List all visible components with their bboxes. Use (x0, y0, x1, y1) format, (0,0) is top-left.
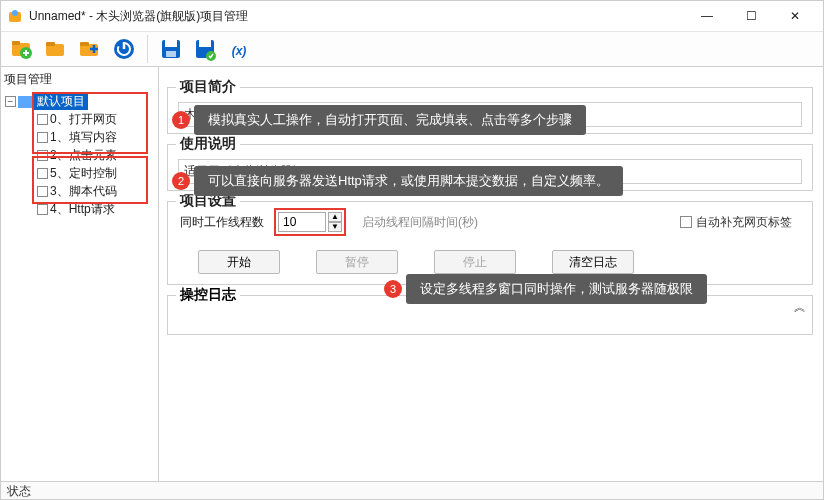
tree-item[interactable]: 4、Http请求 (5, 201, 154, 218)
checkbox[interactable] (37, 150, 48, 161)
annotation-text: 可以直接向服务器发送Http请求，或使用脚本提交数据，自定义频率。 (194, 166, 623, 196)
tree-item[interactable]: 1、填写内容 (5, 129, 154, 146)
sidebar: 项目管理 − 默认项目 0、打开网页 1、填写内容 2、点击元素 5、定时控制 … (1, 67, 159, 481)
tree-item-label: 3、脚本代码 (50, 183, 117, 200)
svg-rect-13 (165, 40, 177, 47)
threads-label: 同时工作线程数 (180, 214, 264, 231)
annotation-text: 模拟真实人工操作，自动打开页面、完成填表、点击等多个步骤 (194, 105, 586, 135)
annotation-2: 2 可以直接向服务器发送Http请求，或使用脚本提交数据，自定义频率。 (172, 166, 623, 196)
toolbar-separator (147, 35, 148, 63)
interval-label: 启动线程间隔时间(秒) (362, 214, 478, 231)
tree-item-label: 2、点击元素 (50, 147, 117, 164)
tree-item-label: 4、Http请求 (50, 201, 115, 218)
log-title: 操控日志 (176, 286, 240, 304)
variables-button[interactable]: (x) (224, 34, 254, 64)
intro-title: 项目简介 (176, 78, 240, 96)
annotation-3: 3 设定多线程多窗口同时操作，测试服务器随极限 (384, 274, 707, 304)
start-button[interactable]: 开始 (198, 250, 280, 274)
stop-button[interactable]: 停止 (434, 250, 516, 274)
svg-rect-6 (46, 42, 55, 46)
add-folder-button[interactable] (75, 34, 105, 64)
toolbar: (x) (1, 31, 823, 67)
annotation-text: 设定多线程多窗口同时操作，测试服务器随极限 (406, 274, 707, 304)
clear-log-button[interactable]: 清空日志 (552, 250, 634, 274)
titlebar: Unnamed* - 木头浏览器(旗舰版)项目管理 — ☐ ✕ (1, 1, 823, 31)
checkbox[interactable] (37, 186, 48, 197)
checkbox[interactable] (37, 114, 48, 125)
maximize-button[interactable]: ☐ (729, 2, 773, 30)
window-title: Unnamed* - 木头浏览器(旗舰版)项目管理 (29, 8, 685, 25)
auto-tab-label: 自动补充网页标签 (696, 214, 792, 231)
tree-item[interactable]: 5、定时控制 (5, 165, 154, 182)
power-button[interactable] (109, 34, 139, 64)
tree-item-label: 1、填写内容 (50, 129, 117, 146)
project-tree[interactable]: − 默认项目 0、打开网页 1、填写内容 2、点击元素 5、定时控制 3、脚本代… (2, 90, 157, 221)
annotation-1: 1 模拟真实人工操作，自动打开页面、完成填表、点击等多个步骤 (172, 105, 586, 135)
statusbar: 状态 (1, 481, 823, 500)
pause-button[interactable]: 暂停 (316, 250, 398, 274)
threads-spinner: ▲ ▼ (274, 208, 346, 236)
folder-icon (18, 96, 32, 108)
tree-root-label[interactable]: 默认项目 (34, 93, 88, 110)
annotation-badge: 2 (172, 172, 190, 190)
tree-root[interactable]: − 默认项目 (5, 93, 154, 110)
svg-rect-3 (12, 41, 20, 45)
svg-text:(x): (x) (232, 44, 247, 58)
tree-item[interactable]: 3、脚本代码 (5, 183, 154, 200)
collapse-icon[interactable]: − (5, 96, 16, 107)
status-text: 状态 (7, 483, 31, 500)
checkbox[interactable] (37, 204, 48, 215)
app-icon (7, 8, 23, 24)
save-as-button[interactable] (190, 34, 220, 64)
usage-title: 使用说明 (176, 135, 240, 153)
checkbox[interactable] (37, 168, 48, 179)
expand-icon[interactable]: ︽ (794, 299, 806, 316)
svg-rect-16 (199, 40, 211, 47)
checkbox[interactable] (37, 132, 48, 143)
tree-item[interactable]: 2、点击元素 (5, 147, 154, 164)
annotation-badge: 3 (384, 280, 402, 298)
checkbox[interactable] (680, 216, 692, 228)
save-button[interactable] (156, 34, 186, 64)
open-project-button[interactable] (41, 34, 71, 64)
svg-point-1 (12, 10, 18, 16)
svg-rect-8 (80, 42, 89, 46)
spin-down-button[interactable]: ▼ (328, 222, 342, 232)
minimize-button[interactable]: — (685, 2, 729, 30)
new-project-button[interactable] (7, 34, 37, 64)
close-button[interactable]: ✕ (773, 2, 817, 30)
tree-item-label: 5、定时控制 (50, 165, 117, 182)
tree-item[interactable]: 0、打开网页 (5, 111, 154, 128)
spin-up-button[interactable]: ▲ (328, 212, 342, 222)
settings-group: 项目设置 同时工作线程数 ▲ ▼ 启动线程间隔时间(秒) 自动补充网页标签 (167, 201, 813, 285)
tree-item-label: 0、打开网页 (50, 111, 117, 128)
annotation-badge: 1 (172, 111, 190, 129)
auto-tab-checkbox[interactable]: 自动补充网页标签 (680, 214, 792, 231)
svg-rect-14 (166, 51, 176, 57)
threads-input[interactable] (278, 212, 326, 232)
sidebar-title: 项目管理 (2, 68, 157, 90)
